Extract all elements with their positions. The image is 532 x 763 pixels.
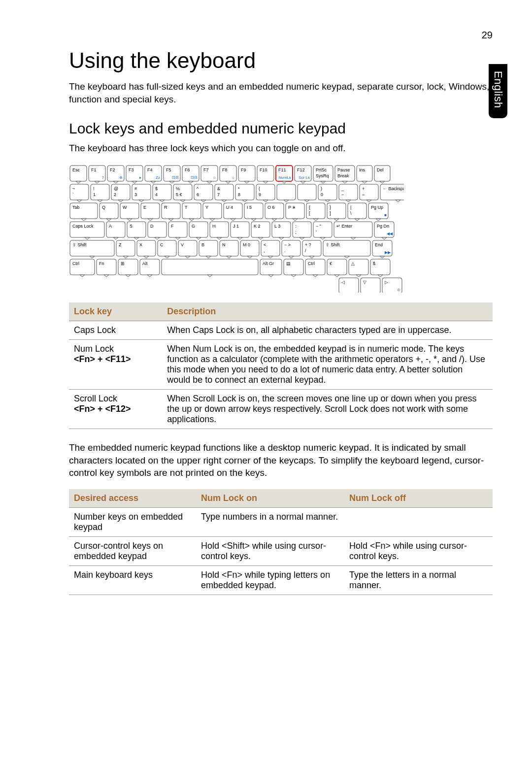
svg-text:↵ Enter: ↵ Enter: [336, 224, 352, 229]
table-row: Cursor-control keys on embedded keypadHo…: [69, 536, 493, 565]
keycap: {[: [306, 203, 325, 221]
keycap: U 4: [224, 203, 242, 221]
keycap: △: [349, 259, 368, 277]
svg-text:⊙: ⊙: [397, 288, 400, 292]
section-heading-lock-keys: Lock keys and embedded numeric keypad: [69, 120, 493, 137]
svg-text:Break: Break: [337, 173, 349, 178]
svg-text:−: −: [341, 192, 344, 197]
svg-text:€: €: [330, 261, 332, 266]
svg-text:~: ~: [72, 186, 75, 191]
keycap: PauseBreak: [335, 166, 355, 183]
svg-text:1: 1: [93, 192, 96, 197]
svg-text:☼: ☼: [232, 175, 235, 180]
svg-text:Scr Lk: Scr Lk: [299, 175, 310, 180]
svg-text:3: 3: [134, 192, 137, 197]
keycap: H: [210, 222, 229, 239]
keycap: − "': [313, 222, 332, 239]
svg-rect-76: [277, 184, 296, 200]
keycap: X: [137, 240, 156, 258]
svg-text:5  €: 5 €: [176, 192, 182, 197]
keycap: I 5: [244, 203, 263, 221]
table1-header-key: Lock key: [69, 302, 162, 321]
keycap: ⇧ Shift: [70, 240, 114, 258]
svg-text:`: `: [72, 192, 74, 197]
svg-text:F2: F2: [110, 167, 115, 172]
svg-text:+: +: [362, 186, 365, 191]
lock-key-cell: Num Lock<Fn> + <F11>: [69, 339, 162, 389]
svg-text:F1: F1: [91, 167, 97, 172]
svg-text:I   5: I 5: [247, 205, 252, 210]
svg-text:Y: Y: [205, 205, 208, 210]
svg-text:J   1: J 1: [233, 224, 239, 229]
lock-key-desc: When Scroll Lock is on, the screen moves…: [162, 389, 493, 429]
svg-text:■: ■: [384, 213, 387, 217]
keycap: F4Zz: [145, 166, 162, 183]
svg-text:Alt Gr: Alt Gr: [263, 261, 274, 266]
svg-text:P  ∗: P ∗: [288, 205, 296, 210]
svg-text:Alt: Alt: [142, 261, 148, 266]
keycap: L 3: [272, 222, 291, 239]
svg-text:V: V: [181, 242, 184, 247]
svg-text:F9: F9: [241, 167, 246, 172]
keycap: #3: [132, 184, 151, 202]
keycap: F10: [257, 166, 274, 183]
svg-text:7: 7: [217, 192, 220, 197]
svg-text:$: $: [373, 261, 375, 266]
svg-text:E: E: [143, 205, 146, 210]
keyboard-diagram: EscF1?F2⊕F3▸F4ZzF5⊡⊟F6⊡⊟F7☼F8☼F9F10F11Nu…: [69, 165, 493, 293]
svg-text:F5: F5: [166, 167, 171, 172]
keycap: ▽: [361, 278, 380, 293]
svg-text:▤: ▤: [286, 261, 291, 266]
keycap: [298, 184, 316, 202]
svg-text:4: 4: [155, 192, 158, 197]
svg-text:◀◀: ◀◀: [387, 232, 393, 236]
keycap: Ins: [357, 166, 372, 183]
svg-text:F3: F3: [129, 167, 134, 172]
svg-rect-195: [162, 259, 258, 275]
svg-text:F6: F6: [185, 167, 190, 172]
keycap: ▤: [284, 259, 303, 277]
keycap: |\: [348, 203, 366, 221]
access-cell: Hold <Fn> while using cursor-control key…: [344, 536, 493, 565]
svg-text:L   3: L 3: [274, 224, 280, 229]
keycap: F7☼: [201, 166, 218, 183]
keycap: [277, 184, 296, 202]
keycap: $4: [153, 184, 171, 202]
svg-text:F7: F7: [203, 167, 209, 172]
keycap: PrtScSysRq: [313, 166, 333, 183]
lock-intro-paragraph: The keyboard has three lock keys which y…: [69, 142, 493, 155]
svg-text:G: G: [192, 224, 195, 229]
keycap: +=: [360, 184, 378, 202]
svg-text:△: △: [351, 261, 355, 266]
table2-header-numlock-off: Num Lock off: [344, 489, 493, 508]
svg-text:←  Backspace: ← Backspace: [383, 186, 404, 191]
keycap: %5 €: [173, 184, 192, 202]
svg-text:U  4: U 4: [226, 205, 233, 210]
svg-text:M  0: M 0: [243, 242, 250, 247]
keycap: P ∗: [286, 203, 304, 221]
keycap: F6⊡⊟: [182, 166, 199, 183]
intro-paragraph: The keyboard has full-sized keys and an …: [69, 80, 493, 105]
svg-text:▷: ▷: [385, 280, 388, 285]
svg-text:−  >: − >: [284, 242, 291, 247]
svg-text:.: .: [284, 248, 286, 253]
table2-header-numlock-on: Num Lock on: [196, 489, 344, 508]
svg-rect-77: [298, 184, 316, 200]
svg-text:⇧ Shift: ⇧ Shift: [72, 242, 87, 247]
keycap: C: [158, 240, 176, 258]
keycap: ← Backspace: [380, 184, 404, 202]
svg-text:|: |: [350, 205, 351, 210]
svg-text:C: C: [160, 242, 164, 247]
svg-text:(: (: [259, 186, 260, 191]
svg-text:X: X: [139, 242, 142, 247]
page-title: Using the keyboard: [69, 48, 493, 73]
svg-text:F4: F4: [147, 167, 153, 172]
lock-keys-table: Lock key Description Caps LockWhen Caps …: [69, 302, 493, 429]
keycap: S: [127, 222, 146, 239]
svg-text:{: {: [309, 205, 310, 210]
svg-text:]: ]: [330, 211, 331, 216]
table-row: Num Lock<Fn> + <F11>When Num Lock is on,…: [69, 339, 493, 389]
keycap: ▷⊙: [382, 278, 402, 293]
svg-text:Del: Del: [377, 167, 384, 172]
svg-text:Ins: Ins: [359, 167, 366, 172]
